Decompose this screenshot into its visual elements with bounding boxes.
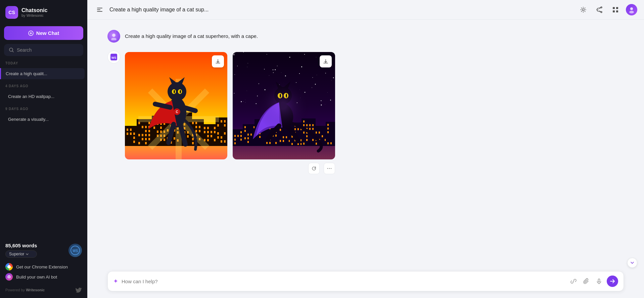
- svg-text:WS: WS: [73, 249, 78, 253]
- image-canvas-1: [125, 52, 227, 159]
- svg-point-5: [8, 277, 9, 277]
- sidebar-item-chat1[interactable]: Create a high qualit...: [0, 68, 85, 79]
- bot-message-content: [125, 51, 335, 174]
- topbar-actions: [578, 4, 637, 15]
- grid-icon: [612, 6, 619, 13]
- nine-days-section-label: 9 DAYS AGO: [0, 107, 87, 113]
- search-icon: [9, 47, 14, 53]
- sidebar-item-chat3[interactable]: Generate a visually...: [3, 114, 85, 125]
- more-actions-button[interactable]: [324, 163, 335, 174]
- app-name-block: Chatsonic by Writesonic: [21, 7, 47, 17]
- svg-point-20: [112, 34, 116, 37]
- plan-badge[interactable]: Superior: [5, 250, 37, 258]
- input-container: ✦: [107, 271, 624, 291]
- svg-point-24: [327, 168, 328, 169]
- svg-point-26: [331, 168, 331, 169]
- image-canvas-2: [233, 52, 335, 159]
- word-count-section: 85,605 words Superior WS: [0, 239, 87, 261]
- word-count-label: 85,605 words: [5, 243, 37, 248]
- chat-area: Create a high quality image of a cat sup…: [87, 20, 644, 266]
- download-image-2-button[interactable]: [320, 55, 332, 67]
- app-name: Chatsonic: [21, 7, 47, 13]
- refresh-button[interactable]: [308, 163, 320, 174]
- send-button[interactable]: [607, 276, 618, 287]
- input-actions: [568, 276, 618, 287]
- svg-rect-7: [97, 8, 102, 8]
- grid-button[interactable]: [610, 4, 621, 15]
- new-chat-button[interactable]: New Chat: [4, 26, 83, 40]
- bot-icon: [5, 273, 13, 281]
- sidebar: CS Chatsonic by Writesonic New Chat Sear…: [0, 0, 87, 298]
- message-actions: [125, 163, 335, 174]
- image-card-1: [125, 52, 227, 159]
- app-logo: CS: [5, 6, 18, 19]
- topbar-title: Create a high quality image of a cat sup…: [109, 7, 209, 13]
- images-grid: [125, 52, 335, 159]
- chrome-extension-link[interactable]: Get our Chrome Extension: [5, 263, 82, 270]
- share-icon: [596, 6, 603, 13]
- svg-point-11: [597, 9, 598, 10]
- user-avatar[interactable]: [626, 4, 637, 15]
- sparkle-icon: ✦: [113, 278, 118, 285]
- svg-rect-8: [97, 9, 100, 10]
- chrome-icon: [5, 263, 13, 270]
- sidebar-toggle-button[interactable]: [94, 4, 105, 15]
- svg-point-18: [630, 7, 633, 10]
- svg-point-25: [329, 168, 330, 169]
- search-bar[interactable]: Search: [4, 44, 83, 56]
- chevron-down-icon: [630, 260, 635, 265]
- word-count-avatar: WS: [68, 244, 82, 257]
- send-icon: [610, 279, 615, 284]
- attach-button[interactable]: [581, 276, 591, 286]
- chevron-down-icon: [26, 252, 29, 256]
- attach-icon: [583, 278, 589, 284]
- scroll-down-button[interactable]: [627, 258, 637, 268]
- download-image-1-button[interactable]: [212, 55, 224, 67]
- link-button[interactable]: [568, 276, 579, 286]
- svg-rect-15: [616, 7, 618, 9]
- share-button[interactable]: [594, 4, 605, 15]
- mic-button[interactable]: [594, 276, 604, 286]
- svg-rect-9: [97, 11, 102, 12]
- bot-message-row: WS: [107, 51, 624, 174]
- svg-point-19: [629, 11, 634, 13]
- svg-rect-16: [613, 10, 615, 12]
- svg-text:WS: WS: [111, 56, 117, 59]
- gear-icon: [580, 6, 587, 13]
- user-avatar-message: [107, 30, 120, 43]
- app-sub: by Writesonic: [21, 13, 47, 17]
- topbar: Create a high quality image of a cat sup…: [87, 0, 644, 20]
- search-label: Search: [17, 47, 32, 53]
- user-message-row: Create a high quality image of a cat sup…: [107, 30, 624, 43]
- image-card-2: [233, 52, 335, 159]
- svg-point-6: [9, 277, 10, 277]
- svg-rect-14: [613, 7, 615, 9]
- link-icon: [570, 278, 577, 284]
- sidebar-header: CS Chatsonic by Writesonic: [0, 0, 87, 23]
- mic-icon: [596, 278, 602, 284]
- refresh-icon: [312, 166, 316, 171]
- bot-avatar: WS: [107, 51, 120, 63]
- user-message-text: Create a high quality image of a cat sup…: [125, 30, 258, 40]
- sidebar-item-chat2[interactable]: Create an HD wallpap...: [3, 91, 85, 102]
- four-days-section-label: 4 DAYS AGO: [0, 84, 87, 91]
- topbar-left: Create a high quality image of a cat sup…: [94, 4, 209, 15]
- sidebar-toggle-icon: [96, 6, 103, 13]
- svg-rect-17: [616, 10, 618, 12]
- word-count-left: 85,605 words Superior: [5, 243, 37, 258]
- new-chat-label: New Chat: [36, 30, 59, 36]
- build-bot-link[interactable]: Build your own AI bot: [5, 273, 82, 281]
- twitter-icon[interactable]: [75, 287, 82, 293]
- more-icon: [327, 166, 332, 171]
- svg-point-21: [111, 38, 117, 41]
- today-section-label: TODAY: [0, 61, 87, 68]
- chat-input[interactable]: [122, 279, 565, 284]
- settings-button[interactable]: [578, 4, 589, 15]
- main-content: Create a high quality image of a cat sup…: [87, 0, 644, 298]
- input-bar: ✦: [87, 266, 644, 298]
- svg-rect-27: [598, 279, 600, 282]
- sidebar-bottom-links: Get our Chrome Extension Build your own …: [0, 261, 87, 284]
- powered-by: Powered by Writesonic: [0, 284, 87, 298]
- svg-point-10: [582, 9, 584, 11]
- plus-icon: [28, 31, 34, 36]
